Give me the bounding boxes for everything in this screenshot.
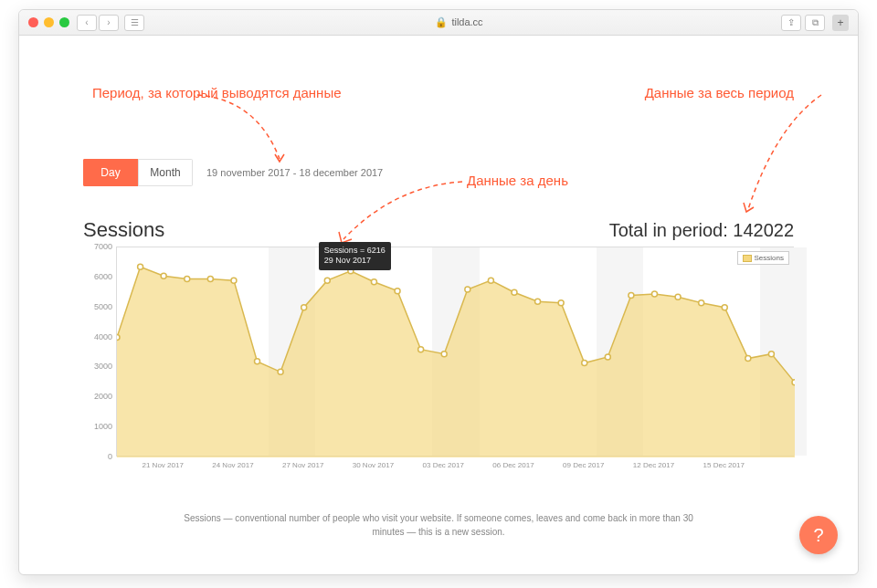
legend-swatch [743,255,752,262]
chart-legend: Sessions [737,251,789,265]
tabs-button[interactable]: ⧉ [805,15,825,31]
arrow-total-icon [721,90,830,218]
svg-point-29 [792,380,795,385]
svg-point-0 [117,335,120,341]
svg-point-6 [255,359,260,364]
y-tick: 4000 [94,332,112,341]
x-axis: 21 Nov 201724 Nov 201727 Nov 201730 Nov … [116,461,794,479]
svg-point-2 [161,273,166,278]
svg-point-8 [301,305,307,310]
y-tick: 7000 [94,242,112,251]
chart-svg [117,247,795,457]
svg-point-11 [371,279,376,285]
lock-icon: 🔒 [435,16,448,27]
svg-point-14 [441,352,447,357]
forward-button[interactable]: › [99,15,119,31]
right-toolbar: ⇪ ⧉ + [781,15,849,31]
svg-point-12 [395,289,400,294]
svg-point-5 [231,278,237,283]
annotation-period: Период, за который выводятся данные [92,83,342,102]
browser-window: ‹ › ☰ 🔒tilda.cc ⇪ ⧉ + Период, за который… [18,9,859,575]
sessions-chart: 01000200030004000500060007000 Sessions S… [83,247,794,488]
url-text: tilda.cc [451,16,482,27]
nav-buttons: ‹ › [77,15,119,31]
tab-day[interactable]: Day [83,159,138,186]
close-icon[interactable] [28,17,38,27]
y-tick: 6000 [94,272,112,281]
x-tick: 27 Nov 2017 [282,461,323,469]
chart-title: Sessions [83,218,164,242]
x-tick: 06 Dec 2017 [492,461,534,469]
date-range: 19 november 2017 - 18 december 2017 [206,167,383,178]
y-tick: 1000 [94,422,112,431]
stats-header: Sessions Total in period: 142022 [83,218,794,242]
svg-point-13 [418,347,424,352]
back-button[interactable]: ‹ [77,15,97,31]
annotation-day-data: Данные за день [467,171,568,190]
period-toggle: Day Month [83,159,193,186]
chart-description: Sessions — conventional number of people… [83,511,794,539]
annotation-all-period: Данные за весь период [645,83,794,102]
svg-point-22 [629,293,634,299]
svg-point-27 [745,356,751,362]
svg-point-7 [278,369,283,374]
svg-point-19 [558,300,564,306]
svg-point-4 [207,277,213,282]
traffic-lights [28,17,69,27]
minimize-icon[interactable] [44,17,54,27]
x-tick: 09 Dec 2017 [563,461,604,469]
toggle-row: Day Month 19 november 2017 - 18 december… [83,159,794,186]
svg-point-26 [722,305,727,310]
tooltip-line1: Sessions = 6216 [324,246,386,257]
chart-total: Total in period: 142022 [609,220,794,241]
y-tick: 5000 [94,302,112,311]
legend-label: Sessions [755,254,784,262]
y-axis: 01000200030004000500060007000 [79,247,116,457]
sidebar-toggle-button[interactable]: ☰ [124,15,144,31]
share-button[interactable]: ⇪ [781,15,801,31]
x-tick: 21 Nov 2017 [142,461,183,469]
svg-point-3 [185,277,190,282]
x-tick: 15 Dec 2017 [703,461,745,469]
y-tick: 0 [108,452,112,461]
browser-titlebar: ‹ › ☰ 🔒tilda.cc ⇪ ⧉ + [19,10,858,36]
x-tick: 03 Dec 2017 [423,461,464,469]
chart-plot[interactable]: Sessions Sessions = 6216 29 Nov 2017 [116,247,794,457]
svg-point-15 [465,287,470,292]
svg-point-25 [699,300,704,306]
tab-month[interactable]: Month [138,159,193,186]
svg-point-23 [651,291,657,297]
maximize-icon[interactable] [59,17,69,27]
svg-point-16 [488,278,493,283]
y-tick: 2000 [94,392,112,401]
svg-point-9 [324,278,330,283]
url-bar[interactable]: 🔒tilda.cc [144,16,774,28]
chart-tooltip: Sessions = 6216 29 Nov 2017 [319,242,391,270]
svg-point-24 [675,294,681,299]
x-tick: 24 Nov 2017 [212,461,253,469]
x-tick: 30 Nov 2017 [353,461,394,469]
new-tab-button[interactable]: + [832,15,849,31]
svg-point-1 [138,264,143,269]
svg-point-18 [535,299,541,304]
svg-point-21 [605,354,610,360]
tooltip-line2: 29 Nov 2017 [324,256,386,267]
svg-point-20 [582,361,587,366]
help-button[interactable]: ? [799,516,838,554]
y-tick: 3000 [94,362,112,371]
page-content: Период, за который выводятся данные Данн… [19,36,858,574]
svg-point-17 [512,289,517,295]
x-tick: 12 Dec 2017 [633,461,674,469]
svg-point-28 [768,352,774,357]
